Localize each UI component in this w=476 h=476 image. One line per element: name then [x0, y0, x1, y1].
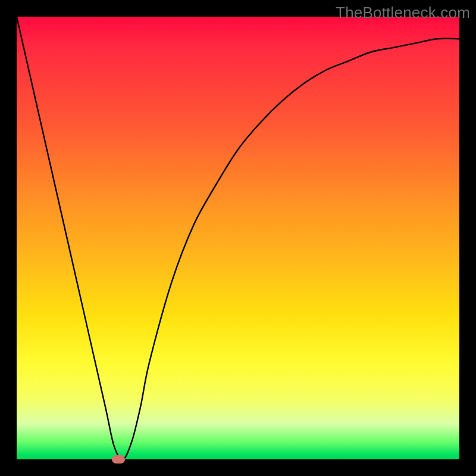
watermark-text: TheBottleneck.com — [336, 4, 470, 22]
optimal-point-marker — [112, 455, 125, 464]
chart-frame: TheBottleneck.com — [0, 0, 476, 476]
plot-area — [17, 17, 459, 459]
bottleneck-curve — [17, 17, 459, 459]
